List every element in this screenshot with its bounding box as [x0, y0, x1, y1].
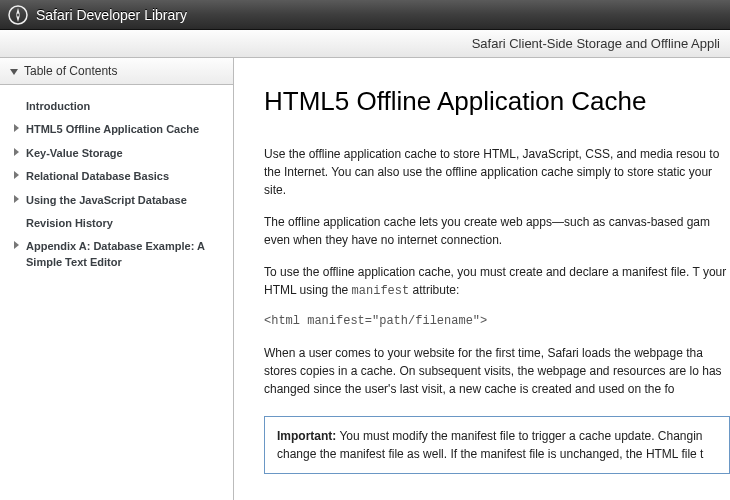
paragraph-2: The offline application cache lets you c… [264, 213, 730, 249]
toc-toggle[interactable]: Table of Contents [0, 58, 233, 85]
toc-label: Table of Contents [24, 64, 117, 78]
chevron-right-icon [14, 171, 19, 179]
chevron-right-icon [14, 241, 19, 249]
main-content: HTML5 Offline Application Cache Use the … [234, 57, 730, 500]
body-container: Table of Contents Introduction HTML5 Off… [0, 58, 730, 500]
code-block-html-manifest: <html manifest="path/filename"> [264, 314, 730, 328]
toc-item-revision-history[interactable]: Revision History [12, 212, 221, 235]
page-title: HTML5 Offline Application Cache [264, 86, 730, 117]
chevron-right-icon [14, 148, 19, 156]
svg-point-2 [17, 13, 20, 16]
paragraph-3: To use the offline application cache, yo… [264, 263, 730, 300]
header-bar: Safari Developer Library [0, 0, 730, 30]
compass-icon [8, 5, 28, 25]
note-text: You must modify the manifest file to tri… [277, 429, 703, 461]
toc-item-js-database[interactable]: Using the JavaScript Database [12, 189, 221, 212]
toc-item-relational-db[interactable]: Relational Database Basics [12, 165, 221, 188]
toc-item-appendix-a[interactable]: Appendix A: Database Example: A Simple T… [12, 235, 221, 274]
chevron-right-icon [14, 195, 19, 203]
toc-item-introduction[interactable]: Introduction [12, 95, 221, 118]
toc-item-offline-cache[interactable]: HTML5 Offline Application Cache [12, 118, 221, 141]
paragraph-1: Use the offline application cache to sto… [264, 145, 730, 199]
toc-item-key-value[interactable]: Key-Value Storage [12, 142, 221, 165]
paragraph-4: When a user comes to your website for th… [264, 344, 730, 398]
important-note: Important: You must modify the manifest … [264, 416, 730, 474]
chevron-right-icon [14, 124, 19, 132]
inline-code-manifest: manifest [352, 284, 410, 298]
breadcrumb-bar: Safari Client-Side Storage and Offline A… [0, 30, 730, 58]
library-title: Safari Developer Library [36, 7, 187, 23]
toc-list: Introduction HTML5 Offline Application C… [0, 85, 233, 284]
sidebar: Table of Contents Introduction HTML5 Off… [0, 58, 234, 500]
note-label: Important: [277, 429, 336, 443]
breadcrumb-text: Safari Client-Side Storage and Offline A… [472, 36, 720, 51]
triangle-down-icon [10, 69, 18, 75]
